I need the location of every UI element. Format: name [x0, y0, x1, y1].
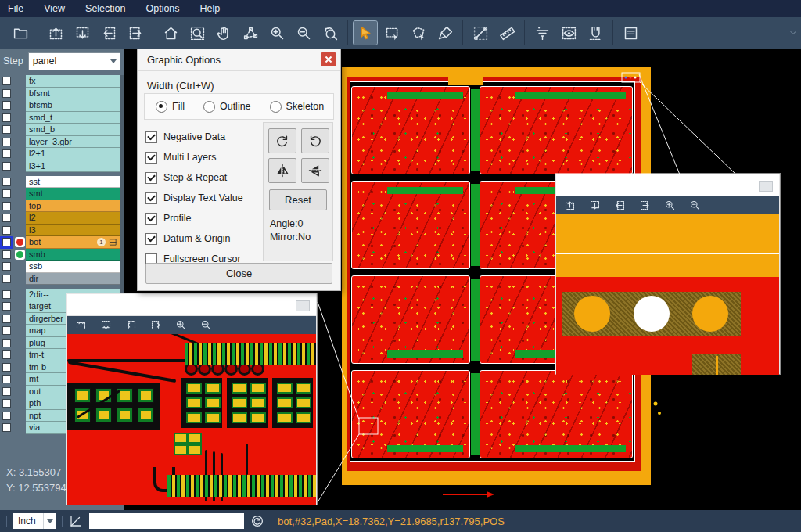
- layer-row-fx[interactable]: fx: [0, 75, 120, 88]
- magnifier-move-right-button[interactable]: [149, 318, 163, 332]
- magnifier-right-window-button[interactable]: [759, 181, 773, 192]
- magnifier-zoom-in-button[interactable]: [174, 318, 188, 332]
- layer-row-bfsmb[interactable]: bfsmb: [0, 99, 120, 112]
- layer-visibility-checkbox[interactable]: [0, 249, 13, 261]
- toolbar-select-rect-button[interactable]: [380, 21, 404, 45]
- checkbox-negative-data[interactable]: Negative Data: [145, 127, 278, 147]
- checkbox-step-repeat[interactable]: Step & Repeat: [145, 167, 278, 188]
- magnifier-move-down-button[interactable]: [99, 318, 113, 332]
- layer-visibility-checkbox[interactable]: [0, 325, 13, 337]
- layer-row-sst[interactable]: sst: [0, 176, 120, 189]
- toolbar-measure-line-button[interactable]: [469, 21, 492, 45]
- checkbox-multi-layers[interactable]: Multi Layers: [145, 147, 278, 167]
- layer-visibility-checkbox[interactable]: [0, 124, 13, 136]
- rotate-cw-button[interactable]: [268, 128, 296, 153]
- close-button[interactable]: Close: [145, 263, 332, 284]
- command-input[interactable]: [89, 513, 244, 529]
- radio-outline[interactable]: Outline: [203, 101, 251, 113]
- toolbar-move-left-button[interactable]: [97, 21, 120, 45]
- rotate-ccw-button[interactable]: [301, 128, 329, 153]
- layer-visibility-checkbox[interactable]: [0, 176, 13, 189]
- layer-visibility-checkbox[interactable]: [0, 112, 13, 124]
- layer-visibility-checkbox[interactable]: [0, 236, 13, 249]
- layer-visibility-checkbox[interactable]: [0, 422, 13, 434]
- layer-row-smd_b[interactable]: smd_b: [0, 124, 120, 136]
- toolbar-home-button[interactable]: [159, 21, 182, 45]
- magnifier-zoom-in-button[interactable]: [663, 199, 677, 212]
- layer-visibility-checkbox[interactable]: [0, 410, 13, 422]
- toolbar-overflow-icon[interactable]: [788, 28, 798, 38]
- magnifier-zoom-out-button[interactable]: [199, 318, 213, 332]
- checkbox-profile[interactable]: Profile: [145, 208, 278, 228]
- unit-selector[interactable]: Inch: [13, 513, 56, 529]
- layer-row-smt[interactable]: smt: [0, 188, 120, 200]
- toolbar-open-folder-button[interactable]: [9, 21, 32, 45]
- toolbar-ruler-button[interactable]: [495, 21, 519, 45]
- toolbar-view-eye-button[interactable]: [557, 21, 580, 45]
- toolbar-select-cursor-button[interactable]: [354, 21, 377, 45]
- layer-row-smd_t[interactable]: smd_t: [0, 112, 120, 124]
- layer-visibility-checkbox[interactable]: [0, 136, 13, 149]
- magnifier-zoom-out-button[interactable]: [688, 199, 702, 212]
- layer-visibility-checkbox[interactable]: [0, 337, 13, 350]
- magnifier-move-up-button[interactable]: [563, 199, 577, 212]
- layer-row-l3[interactable]: l3: [0, 225, 120, 237]
- menu-file[interactable]: File: [8, 3, 23, 14]
- refresh-icon[interactable]: [250, 514, 264, 528]
- layer-row-smb[interactable]: smb: [0, 249, 120, 261]
- toolbar-layer-panel-button[interactable]: [619, 21, 642, 45]
- layer-visibility-checkbox[interactable]: [0, 148, 13, 160]
- layer-visibility-checkbox[interactable]: [0, 200, 13, 213]
- layer-visibility-checkbox[interactable]: [0, 313, 13, 325]
- layer-visibility-checkbox[interactable]: [0, 160, 13, 173]
- toolbar-snap-magnet-button[interactable]: [584, 21, 607, 45]
- layer-row-layer_3.gbr[interactable]: layer_3.gbr: [0, 136, 120, 149]
- magnifier-right-content[interactable]: [556, 214, 779, 375]
- layer-visibility-checkbox[interactable]: [0, 273, 13, 286]
- toolbar-move-up-button[interactable]: [44, 21, 67, 45]
- magnifier-left-window-button[interactable]: [296, 300, 310, 311]
- toolbar-filter-button[interactable]: [530, 21, 554, 45]
- layer-visibility-checkbox[interactable]: [0, 373, 13, 386]
- dialog-close-button[interactable]: [321, 52, 336, 66]
- layer-row-bot[interactable]: bot1: [0, 236, 120, 249]
- layer-row-top[interactable]: top: [0, 200, 120, 213]
- layer-visibility-checkbox[interactable]: [0, 300, 13, 313]
- layer-row-l2+1[interactable]: l2+1: [0, 148, 120, 160]
- magnifier-move-down-button[interactable]: [588, 199, 602, 212]
- layer-row-bfsmt[interactable]: bfsmt: [0, 88, 120, 100]
- checkbox-display-text-value[interactable]: Display Text Value: [145, 188, 278, 208]
- layer-visibility-checkbox[interactable]: [0, 88, 13, 100]
- magnifier-move-left-button[interactable]: [124, 318, 138, 332]
- toolbar-zoom-previous-button[interactable]: [318, 21, 342, 45]
- toolbar-zoom-out-button[interactable]: [292, 21, 315, 45]
- layer-visibility-checkbox[interactable]: [0, 261, 13, 273]
- checkbox-datum-origin[interactable]: Datum & Origin: [145, 228, 278, 249]
- corner-angle-icon[interactable]: [69, 514, 83, 528]
- menu-options[interactable]: Options: [145, 3, 179, 14]
- layer-visibility-checkbox[interactable]: [0, 361, 13, 374]
- magnifier-left-title-bar[interactable]: [67, 294, 316, 316]
- layer-visibility-checkbox[interactable]: [0, 212, 13, 225]
- layer-row-l3+1[interactable]: l3+1: [0, 160, 120, 173]
- toolbar-brush-button[interactable]: [433, 21, 457, 45]
- magnifier-move-left-button[interactable]: [613, 199, 627, 212]
- layer-visibility-checkbox[interactable]: [0, 289, 13, 301]
- flip-vertical-button[interactable]: [301, 158, 329, 183]
- step-selector[interactable]: panel: [28, 52, 120, 70]
- layer-row-dir[interactable]: dir: [0, 273, 120, 286]
- magnifier-move-up-button[interactable]: [74, 318, 88, 332]
- magnifier-right-title-bar[interactable]: [556, 174, 779, 196]
- radio-fill[interactable]: Fill: [156, 101, 185, 113]
- layer-visibility-checkbox[interactable]: [0, 349, 13, 361]
- menu-view[interactable]: View: [44, 3, 65, 14]
- flip-horizontal-button[interactable]: [268, 158, 296, 183]
- layer-visibility-checkbox[interactable]: [0, 188, 13, 200]
- layer-visibility-checkbox[interactable]: [0, 75, 13, 88]
- layer-visibility-checkbox[interactable]: [0, 397, 13, 410]
- toolbar-move-down-button[interactable]: [70, 21, 94, 45]
- reset-button[interactable]: Reset: [269, 189, 327, 210]
- toolbar-move-right-button[interactable]: [124, 21, 147, 45]
- magnifier-move-right-button[interactable]: [638, 199, 652, 212]
- layer-visibility-checkbox[interactable]: [0, 386, 13, 398]
